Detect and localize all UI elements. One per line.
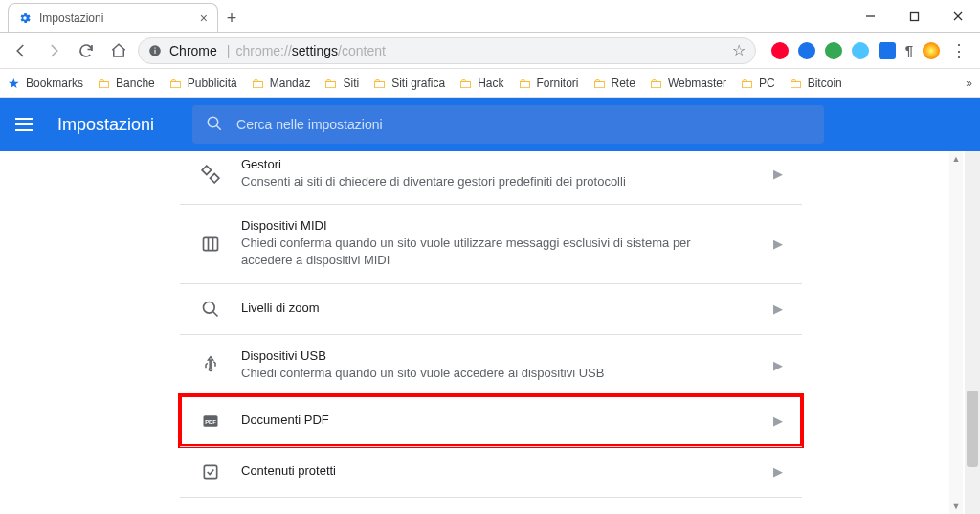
page-scrollbar[interactable]: [965, 151, 980, 514]
setting-row-usb[interactable]: Dispositivi USB Chiedi conferma quando u…: [180, 334, 802, 395]
svg-rect-11: [204, 237, 218, 250]
home-button[interactable]: [105, 37, 132, 64]
setting-subtitle: Consenti ai siti di chiedere di diventar…: [241, 173, 745, 190]
maximize-button[interactable]: [892, 0, 936, 33]
tab-title: Impostazioni: [39, 11, 103, 25]
bookmark-folder[interactable]: 🗀Pubblicità: [168, 76, 237, 91]
bookmark-label: Fornitori: [537, 77, 579, 90]
protected-icon: [199, 460, 222, 483]
search-icon: [206, 115, 223, 135]
pdf-icon: PDF: [199, 410, 222, 433]
close-icon[interactable]: ×: [200, 11, 208, 26]
extension-icon[interactable]: [798, 42, 815, 59]
chevron-right-icon: ▶: [773, 413, 783, 428]
svg-point-7: [208, 117, 218, 127]
bookmark-folder[interactable]: 🗀Hack: [458, 76, 503, 91]
chrome-menu-button[interactable]: ⋮: [946, 40, 972, 61]
forward-button[interactable]: [40, 37, 67, 64]
bookmarks-root[interactable]: ★ Bookmarks: [8, 76, 83, 91]
chevron-right-icon: ▶: [773, 464, 783, 479]
gear-icon: [18, 11, 32, 25]
folder-icon: 🗀: [458, 76, 472, 91]
profile-avatar[interactable]: [923, 42, 940, 59]
bookmark-star-icon[interactable]: ☆: [732, 41, 746, 59]
bookmark-label: Pubblicità: [188, 77, 237, 90]
settings-body: Gestori Consenti ai siti di chiedere di …: [0, 151, 980, 514]
settings-scrollbar[interactable]: ▲ ▼: [949, 151, 963, 514]
bookmark-folder[interactable]: 🗀Fornitori: [518, 76, 579, 91]
reload-button[interactable]: [73, 37, 100, 64]
window-controls: [848, 0, 980, 33]
extension-icons: ¶: [762, 42, 940, 59]
folder-icon: 🗀: [649, 76, 662, 91]
bookmark-label: Rete: [612, 77, 635, 90]
scroll-down-icon[interactable]: ▼: [949, 499, 963, 514]
setting-row-midi[interactable]: Dispositivi MIDI Chiedi conferma quando …: [180, 204, 802, 282]
setting-row-clipboard[interactable]: Appunti Chiedi prima di accedere ▶: [180, 497, 802, 514]
hamburger-menu-icon[interactable]: [15, 118, 38, 131]
setting-row-pdf[interactable]: PDF Documenti PDF ▶: [180, 395, 802, 446]
svg-rect-9: [202, 166, 211, 174]
bookmark-label: Banche: [116, 77, 155, 90]
settings-search[interactable]: Cerca nelle impostazioni: [192, 105, 824, 144]
site-info-icon[interactable]: [148, 44, 162, 57]
svg-line-15: [213, 311, 218, 316]
extension-icon[interactable]: [879, 42, 896, 59]
window-titlebar: Impostazioni × +: [0, 0, 980, 33]
svg-text:PDF: PDF: [205, 419, 216, 425]
bookmark-label: Siti grafica: [391, 77, 445, 90]
bookmark-folder[interactable]: 🗀Siti grafica: [372, 76, 445, 91]
chevron-right-icon: ▶: [773, 302, 783, 316]
scrollbar-thumb[interactable]: [967, 391, 978, 467]
bookmark-folder[interactable]: 🗀Bitcoin: [789, 76, 842, 91]
address-bar: Chrome | chrome:// settings /content ☆ ¶…: [0, 33, 980, 69]
extension-icon[interactable]: ¶: [905, 42, 913, 58]
bookmark-folder[interactable]: 🗀Webmaster: [649, 76, 726, 91]
setting-row-zoom[interactable]: Livelli di zoom ▶: [180, 283, 802, 334]
folder-icon: 🗀: [518, 76, 531, 91]
bookmark-label: Hack: [478, 77, 503, 90]
bookmark-label: Webmaster: [668, 77, 726, 90]
scroll-up-icon[interactable]: ▲: [949, 151, 963, 167]
bookmark-folder[interactable]: 🗀Mandaz: [251, 76, 311, 91]
omnibox-url-prefix: chrome://: [235, 43, 291, 58]
setting-title: Gestori: [241, 157, 745, 171]
bookmarks-label: Bookmarks: [26, 77, 83, 90]
browser-tab[interactable]: Impostazioni ×: [8, 3, 218, 32]
chevron-right-icon: ▶: [773, 167, 783, 181]
settings-title: Impostazioni: [57, 115, 154, 135]
usb-icon: [199, 353, 222, 376]
back-button[interactable]: [8, 37, 34, 64]
omnibox[interactable]: Chrome | chrome:// settings /content ☆: [138, 37, 756, 64]
folder-icon: 🗀: [740, 76, 753, 91]
extension-icon[interactable]: [852, 42, 869, 59]
setting-row-protected-content[interactable]: Contenuti protetti ▶: [180, 446, 802, 497]
folder-icon: 🗀: [789, 76, 802, 91]
midi-icon: [199, 233, 222, 256]
setting-title: Dispositivi MIDI: [241, 218, 745, 233]
bookmarks-overflow[interactable]: »: [966, 77, 972, 90]
zoom-icon: [199, 298, 222, 321]
handlers-icon: [199, 163, 222, 186]
close-window-button[interactable]: [936, 0, 980, 33]
settings-list: Gestori Consenti ai siti di chiedere di …: [180, 151, 802, 514]
folder-icon: 🗀: [251, 76, 264, 91]
omnibox-separator: |: [227, 43, 231, 58]
new-tab-button[interactable]: +: [218, 5, 245, 32]
svg-rect-18: [204, 465, 216, 478]
setting-title: Contenuti protetti: [241, 463, 745, 478]
bookmark-folder[interactable]: 🗀Rete: [592, 76, 635, 91]
settings-header: Impostazioni Cerca nelle impostazioni: [0, 98, 980, 151]
bookmark-label: Mandaz: [270, 77, 311, 90]
setting-title: Documenti PDF: [241, 413, 745, 427]
minimize-button[interactable]: [848, 0, 892, 33]
extension-icon[interactable]: [825, 42, 842, 59]
extension-icon[interactable]: [771, 42, 789, 59]
svg-rect-5: [154, 49, 155, 53]
setting-row-handlers[interactable]: Gestori Consenti ai siti di chiedere di …: [180, 151, 802, 204]
star-icon: ★: [8, 76, 20, 91]
bookmark-folder[interactable]: 🗀Banche: [97, 76, 155, 91]
setting-subtitle: Chiedi conferma quando un sito vuole uti…: [241, 235, 745, 269]
bookmark-folder[interactable]: 🗀Siti: [323, 76, 359, 91]
bookmark-folder[interactable]: 🗀PC: [740, 76, 775, 91]
